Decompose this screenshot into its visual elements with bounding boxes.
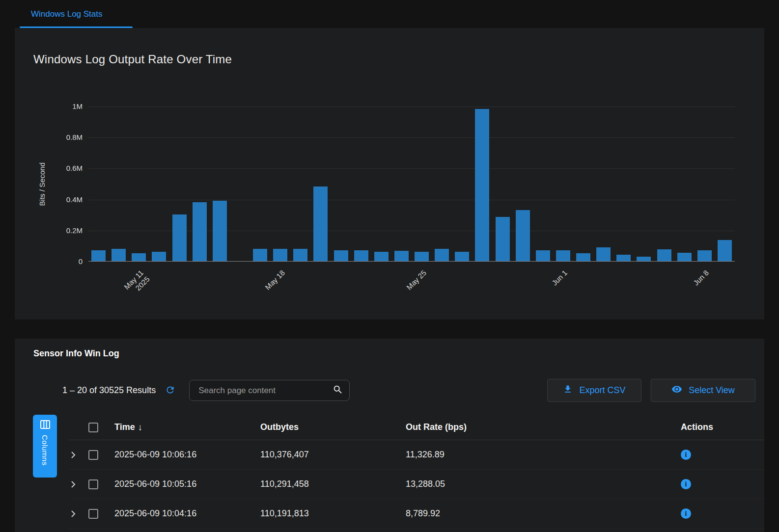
bar (354, 250, 368, 261)
eye-icon (671, 384, 682, 397)
cell-outbytes: 110,191,813 (260, 508, 406, 519)
bar (193, 202, 207, 261)
section-title: Sensor Info Win Log (33, 348, 119, 359)
bar (313, 186, 328, 261)
bar (394, 251, 409, 261)
bar (273, 249, 287, 261)
cell-out-rate: 11,326.89 (406, 450, 668, 460)
refresh-button[interactable] (165, 385, 175, 397)
bar (152, 252, 166, 261)
tab-label: Windows Log Stats (31, 9, 103, 19)
bar (556, 250, 570, 261)
bar (91, 250, 106, 261)
expand-row-chevron-icon[interactable] (69, 479, 78, 489)
table-row: 2025-06-09 10:04:16110,191,8138,789.92i (69, 499, 764, 529)
row-info-icon[interactable]: i (681, 450, 691, 460)
cell-out-rate: 13,288.05 (406, 479, 668, 489)
x-tick-label: May 18 (242, 268, 287, 313)
table-panel: Sensor Info Win Log 1 – 20 of 30525 Resu… (15, 339, 764, 532)
bar (496, 217, 510, 261)
search-box (189, 380, 350, 401)
cell-outbytes: 110,376,407 (260, 450, 406, 460)
y-tick-label: 0 (54, 257, 83, 266)
x-tick-label: May 112025 (101, 268, 151, 319)
expand-row-chevron-icon[interactable] (69, 509, 78, 519)
export-csv-button[interactable]: Export CSV (547, 379, 641, 402)
data-table: Time ↓ Outbytes Out Rate (bps) Actions 2… (69, 415, 764, 529)
x-tick-label: Jun 8 (667, 268, 711, 313)
bar (132, 253, 146, 261)
select-view-label: Select View (689, 385, 735, 396)
refresh-icon (165, 385, 175, 397)
column-header-outbytes[interactable]: Outbytes (260, 422, 406, 432)
tab-bar: Windows Log Stats (0, 0, 779, 28)
bar (415, 252, 429, 261)
bar (293, 249, 307, 261)
columns-button-label: Columns (41, 435, 49, 466)
results-count: 1 – 20 of 30525 Results (62, 385, 156, 396)
y-tick-label: 0.6M (54, 164, 83, 172)
bar (596, 247, 611, 261)
cell-time: 2025-06-09 10:04:16 (114, 508, 260, 519)
gridline (88, 137, 735, 138)
bar (111, 249, 126, 261)
bar (455, 252, 469, 261)
bar (536, 250, 550, 261)
y-tick-label: 0.4M (54, 195, 83, 204)
columns-button[interactable]: Columns (33, 415, 57, 478)
bar (576, 253, 590, 261)
row-checkbox[interactable] (88, 479, 98, 489)
export-csv-label: Export CSV (579, 385, 625, 396)
column-header-actions: Actions (668, 422, 764, 432)
bar (172, 214, 187, 261)
bar (516, 210, 530, 261)
cell-outbytes: 110,291,458 (260, 479, 406, 489)
table-row: 2025-06-09 10:05:16110,291,45813,288.05i (69, 470, 764, 499)
select-all-checkbox[interactable] (88, 423, 98, 432)
row-info-icon[interactable]: i (681, 508, 691, 519)
expand-row-chevron-icon[interactable] (69, 450, 78, 460)
table-grid-icon (40, 420, 50, 430)
search-input[interactable] (197, 385, 333, 396)
bar (253, 249, 267, 261)
bar (697, 250, 712, 261)
download-icon (563, 384, 573, 397)
row-checkbox[interactable] (88, 509, 98, 519)
cell-time: 2025-06-09 10:05:16 (114, 479, 260, 489)
gridline (88, 106, 735, 107)
bar (677, 253, 692, 261)
sort-desc-icon: ↓ (138, 422, 143, 433)
tab-windows-log-stats[interactable]: Windows Log Stats (20, 0, 133, 28)
select-view-button[interactable]: Select View (651, 379, 755, 402)
column-header-out-rate[interactable]: Out Rate (bps) (406, 422, 668, 432)
bar (435, 249, 449, 261)
cell-out-rate: 8,789.92 (406, 508, 668, 519)
bar (374, 252, 389, 261)
bar (616, 255, 631, 261)
y-tick-label: 0.8M (54, 133, 83, 141)
cell-time: 2025-06-09 10:06:16 (114, 450, 260, 460)
chart-title: Windows Log Output Rate Over Time (33, 53, 232, 66)
y-tick-label: 1M (54, 102, 83, 110)
search-icon (333, 384, 343, 397)
y-axis-title: Bits / Second (34, 106, 49, 262)
table-header-row: Time ↓ Outbytes Out Rate (bps) Actions (69, 415, 764, 440)
bar (718, 240, 732, 261)
row-info-icon[interactable]: i (681, 479, 691, 489)
bar (637, 257, 651, 261)
gridline (88, 200, 735, 200)
bar (213, 201, 227, 261)
bar (475, 109, 489, 261)
gridline (88, 168, 735, 169)
y-tick-label: 0.2M (54, 226, 83, 235)
table-row: 2025-06-09 10:06:16110,376,40711,326.89i (69, 440, 764, 470)
table-body: 2025-06-09 10:06:16110,376,40711,326.89i… (69, 440, 764, 529)
column-header-time[interactable]: Time ↓ (114, 422, 260, 433)
x-tick-label: May 25 (384, 268, 428, 313)
row-checkbox[interactable] (88, 450, 98, 460)
chart-panel: Windows Log Output Rate Over Time Bits /… (15, 28, 764, 319)
bar (657, 249, 671, 261)
table-controls: 1 – 20 of 30525 Results Export CSV Selec… (62, 379, 755, 402)
bar-chart-plot-area: 00.2M0.4M0.6M0.8M1MMay 112025May 18May 2… (88, 106, 735, 262)
x-tick-label: Jun 1 (525, 268, 570, 313)
